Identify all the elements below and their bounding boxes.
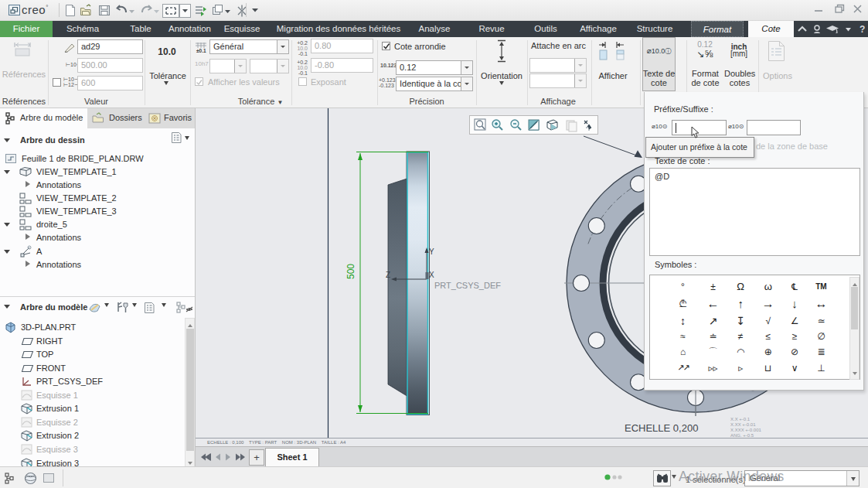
svg-text:±0.1: ±0.1	[196, 48, 206, 53]
svg-text:Z: Z	[386, 271, 390, 279]
svg-text:X.XXX +-0.001: X.XXX +-0.001	[730, 428, 762, 432]
svg-text:500: 500	[345, 264, 356, 279]
svg-text:ANG. +-0.5: ANG. +-0.5	[730, 433, 754, 438]
svg-text:X: X	[429, 271, 434, 279]
svg-text:X.XX +-0.01: X.XX +-0.01	[730, 422, 756, 427]
svg-text:ECHELLE : 0,100 TYPE : PART: ECHELLE : 0,100 TYPE : PART NOM : 3D-PLA…	[207, 440, 346, 445]
svg-text:X.X +-0.1: X.X +-0.1	[730, 417, 751, 421]
svg-text:?: ?	[859, 24, 865, 35]
svg-text:PRT_CSYS_DEF: PRT_CSYS_DEF	[434, 281, 501, 290]
svg-text:ECHELLE 0,200: ECHELLE 0,200	[625, 422, 698, 434]
svg-text:Y: Y	[429, 247, 434, 256]
